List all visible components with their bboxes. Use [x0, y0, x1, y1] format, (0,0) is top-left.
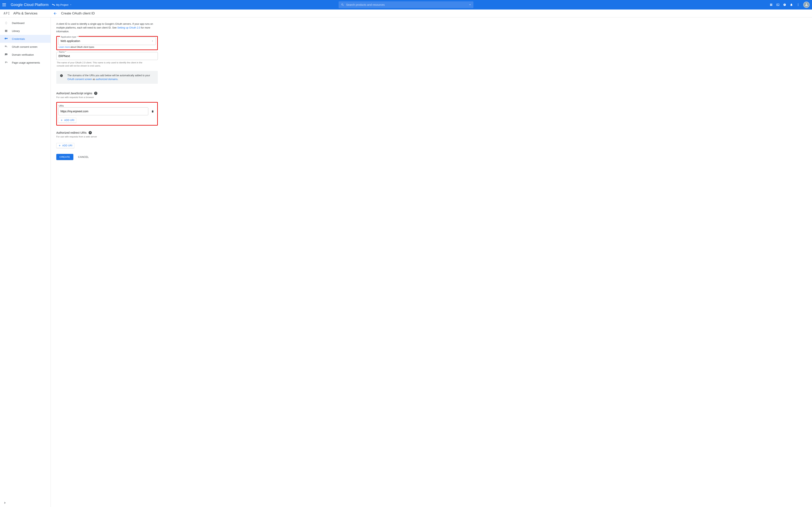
learn-more-link[interactable]: Learn more — [59, 46, 70, 48]
top-app-bar: Google Cloud Platform My Project ? — [0, 0, 812, 9]
redirect-desc: For use with requests from a web server — [56, 135, 158, 138]
section-title: APIs & Services — [13, 11, 38, 15]
consent-screen-link[interactable]: OAuth consent screen — [67, 78, 92, 80]
collapse-sidebar-icon[interactable] — [4, 501, 7, 505]
app-type-label: Application type * — [60, 36, 79, 38]
svg-point-3 — [798, 5, 799, 5]
name-input[interactable] — [58, 54, 156, 58]
js-origins-heading: Authorized JavaScript origins ? — [56, 92, 158, 95]
redirect-heading: Authorized redirect URIs ? — [56, 131, 158, 134]
sidebar-item-consent[interactable]: OAuth consent screen — [0, 43, 51, 51]
help-icon[interactable]: ? — [89, 131, 92, 134]
name-helper: The name of your OAuth 2.0 client. This … — [56, 60, 148, 67]
help-icon[interactable]: ? — [94, 92, 97, 95]
learn-more-line: Learn more about OAuth client types — [58, 45, 156, 48]
dropdown-icon — [69, 4, 72, 6]
add-redirect-uri-button[interactable]: ADD URI — [56, 143, 74, 148]
app-type-select[interactable]: Application type * Web application — [58, 37, 156, 45]
notifications-icon[interactable] — [790, 3, 793, 6]
cancel-button[interactable]: CANCEL — [76, 154, 91, 160]
sidebar-item-label: Library — [12, 30, 20, 33]
api-badge: API — [4, 12, 10, 15]
uri-row — [58, 107, 156, 115]
account-avatar[interactable] — [803, 2, 810, 8]
uris-label: URIs — [59, 105, 156, 107]
setup-oauth-link[interactable]: Setting up OAuth 2.0 — [117, 26, 140, 29]
library-icon — [4, 29, 8, 33]
search-bar[interactable] — [339, 1, 473, 8]
brand-title: Google Cloud Platform — [11, 3, 49, 7]
svg-point-2 — [798, 4, 799, 4]
verified-icon — [4, 53, 8, 56]
dashboard-icon — [4, 21, 8, 24]
sidebar-item-label: OAuth consent screen — [12, 45, 38, 48]
app-type-value: Web application — [60, 40, 80, 43]
name-label: Name * — [58, 51, 67, 53]
plus-icon — [60, 119, 63, 122]
delete-icon[interactable] — [151, 110, 154, 113]
sidebar-item-label: Page usage agreements — [12, 61, 40, 64]
uri-input-wrap — [58, 107, 148, 115]
authorized-domains-link[interactable]: authorized domains — [96, 78, 117, 80]
sidebar: Dashboard Library Credentials OAuth cons… — [0, 17, 51, 507]
sidebar-item-domain[interactable]: Domain verification — [0, 51, 51, 59]
menu-icon[interactable] — [2, 3, 7, 7]
sidebar-item-label: Dashboard — [12, 21, 24, 24]
form-actions: CREATE CANCEL — [56, 154, 158, 160]
dropdown-icon — [151, 40, 154, 42]
cloud-shell-icon[interactable] — [776, 3, 779, 6]
svg-text:?: ? — [784, 4, 785, 6]
create-button[interactable]: CREATE — [56, 154, 73, 160]
page-title: Create OAuth client ID — [61, 11, 95, 15]
topbar-actions: ? — [770, 2, 810, 8]
view-bar-right: Create OAuth client ID — [51, 9, 812, 17]
project-icon — [52, 4, 55, 5]
project-name: My Project — [56, 3, 68, 6]
more-icon[interactable] — [797, 3, 800, 6]
sidebar-item-label: Credentials — [12, 38, 25, 40]
key-icon — [4, 37, 8, 40]
sidebar-item-dashboard[interactable]: Dashboard — [0, 19, 51, 27]
gift-icon[interactable] — [770, 3, 773, 6]
name-input-wrap: Name * — [56, 52, 158, 60]
sidebar-item-label: Domain verification — [12, 53, 34, 56]
plus-icon — [58, 144, 61, 147]
chevron-down-icon[interactable] — [468, 3, 472, 6]
info-icon — [60, 74, 63, 77]
agreements-icon — [4, 61, 8, 64]
js-origins-desc: For use with requests from a browser — [56, 96, 158, 99]
search-icon — [341, 3, 344, 6]
intro-text: A client ID is used to identify a single… — [56, 22, 158, 33]
help-icon[interactable]: ? — [783, 3, 786, 6]
view-bar: API APIs & Services Create OAuth client … — [0, 9, 812, 17]
domains-info-box: The domains of the URIs you add below wi… — [56, 71, 158, 83]
js-origins-highlight: URIs ADD URI — [56, 102, 158, 125]
app-type-highlight: Application type * Web application Learn… — [56, 36, 158, 50]
add-uri-button[interactable]: ADD URI — [58, 118, 76, 123]
main-content: A client ID is used to identify a single… — [51, 17, 812, 507]
view-bar-left: API APIs & Services — [0, 9, 51, 17]
search-input[interactable] — [346, 3, 468, 6]
back-arrow-icon[interactable] — [53, 11, 57, 15]
project-picker[interactable]: My Project — [52, 3, 72, 6]
sidebar-item-credentials[interactable]: Credentials — [0, 35, 51, 43]
sidebar-item-library[interactable]: Library — [0, 27, 51, 35]
sidebar-item-agreements[interactable]: Page usage agreements — [0, 59, 51, 66]
svg-point-4 — [798, 5, 799, 6]
uri-input[interactable] — [60, 110, 146, 113]
consent-icon — [4, 45, 8, 48]
